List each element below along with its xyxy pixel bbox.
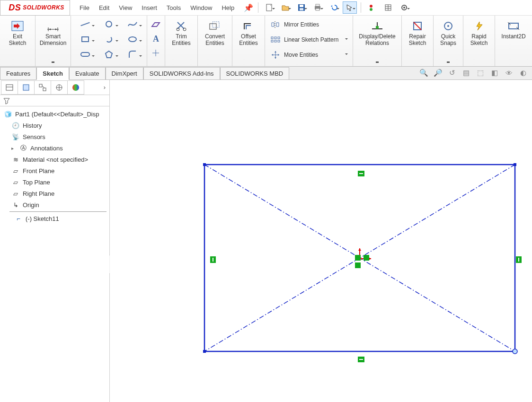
property-manager-tab[interactable]	[18, 80, 35, 95]
feature-manager-tab[interactable]	[1, 80, 18, 95]
tab-features[interactable]: Features	[0, 67, 36, 80]
point-tool[interactable]	[152, 46, 159, 60]
relation-vertical-right[interactable]	[516, 256, 522, 263]
vertex[interactable]	[203, 350, 206, 353]
smart-dimension-button[interactable]: Smart Dimension	[38, 17, 68, 63]
offset-entities-button[interactable]: Offset Entities	[235, 17, 262, 63]
group-instant2d: Instant2D	[495, 16, 532, 66]
repair-sketch-button[interactable]: Repair Sketch	[405, 17, 430, 63]
relation-horizontal-bottom[interactable]	[358, 357, 364, 362]
exit-sketch-button[interactable]: Exit Sketch	[3, 17, 32, 63]
vertex[interactable]	[514, 163, 516, 166]
fillet-tool[interactable]	[121, 48, 144, 61]
line-tool[interactable]	[74, 17, 97, 31]
rebuild-button[interactable]	[365, 1, 379, 14]
rapid-sketch-button[interactable]: Rapid Sketch	[466, 17, 492, 63]
group-trim: Trim Entities	[165, 16, 198, 66]
section-view-icon[interactable]: ▤	[461, 68, 471, 78]
trim-entities-button[interactable]: Trim Entities	[168, 17, 195, 63]
slot-tool[interactable]	[74, 48, 97, 61]
select-tool-button[interactable]	[343, 1, 357, 14]
snaps-icon	[442, 19, 455, 33]
plane-icon: ▱	[11, 178, 20, 186]
circle-tool[interactable]	[98, 17, 120, 31]
tree-front-plane[interactable]: ▱ Front Plane	[0, 165, 109, 176]
rectangle-tool[interactable]	[74, 33, 97, 46]
hide-show-icon[interactable]: 👁	[504, 68, 514, 78]
group-relations: Display/Delete Relations	[353, 16, 402, 66]
quick-snaps-button[interactable]: Quick Snaps	[436, 17, 460, 63]
display-style-icon[interactable]: ◧	[489, 68, 500, 78]
new-button[interactable]	[262, 1, 276, 14]
save-button[interactable]	[294, 1, 309, 14]
view-orient-icon[interactable]: ⬚	[475, 68, 486, 78]
display-manager-tab[interactable]	[67, 80, 84, 95]
tab-addins[interactable]: SOLIDWORKS Add-Ins	[143, 67, 220, 80]
relation-coincident[interactable]	[364, 255, 369, 261]
menu-file[interactable]: File	[76, 2, 93, 13]
pin-icon[interactable]: 📌	[244, 3, 252, 12]
arc-tool[interactable]	[98, 33, 120, 46]
print-button[interactable]	[310, 1, 325, 14]
tree-filter-bar[interactable]	[0, 95, 109, 106]
separator	[258, 2, 258, 13]
move-entities-button[interactable]: Move Entities	[268, 48, 350, 62]
dimxpert-manager-tab[interactable]	[51, 80, 68, 95]
zoom-fit-icon[interactable]: 🔍	[418, 68, 429, 78]
convert-icon	[208, 19, 222, 33]
command-manager-tabs: Features Sketch Evaluate DimXpert SOLIDW…	[0, 67, 532, 80]
expand-icon[interactable]: ▸	[11, 146, 16, 151]
plane-icon	[151, 21, 160, 28]
menu-edit[interactable]: Edit	[95, 2, 113, 13]
relation-coincident[interactable]	[355, 262, 361, 268]
relation-coincident[interactable]	[355, 255, 361, 261]
undo-button[interactable]	[327, 1, 341, 14]
options-button[interactable]	[397, 1, 411, 14]
convert-entities-button[interactable]: Convert Entities	[201, 17, 229, 63]
tree-history[interactable]: 🕘 History	[0, 120, 109, 131]
relation-vertical-left[interactable]	[210, 256, 216, 263]
instant2d-icon	[507, 19, 520, 33]
svg-rect-46	[23, 85, 29, 90]
menu-help[interactable]: Help	[218, 2, 238, 13]
vertex-active[interactable]	[513, 349, 517, 354]
text-tool[interactable]: A	[153, 32, 159, 46]
mirror-entities-button[interactable]: Mirror Entities	[268, 17, 350, 32]
zoom-area-icon[interactable]: 🔎	[433, 68, 443, 78]
spline-tool[interactable]	[121, 17, 144, 31]
tree-top-plane[interactable]: ▱ Top Plane	[0, 176, 109, 188]
appearance-icon[interactable]: ◐	[518, 68, 528, 78]
linear-pattern-button[interactable]: Linear Sketch Pattern	[268, 33, 350, 47]
tab-mbd[interactable]: SOLIDWORKS MBD	[220, 67, 290, 80]
work-area: › 🧊 Part1 (Default<<Default>_Disp 🕘 Hist…	[0, 80, 532, 402]
tree-material[interactable]: ≋ Material <not specified>	[0, 154, 109, 165]
menu-tools[interactable]: Tools	[163, 2, 185, 13]
vertex[interactable]	[203, 163, 206, 166]
plane-tool[interactable]	[151, 17, 160, 32]
expand-managers-icon[interactable]: ›	[100, 84, 109, 91]
menu-view[interactable]: View	[115, 2, 136, 13]
tree-sensors[interactable]: 📡 Sensors	[0, 131, 109, 142]
prev-view-icon[interactable]: ↺	[447, 68, 457, 78]
history-icon: 🕘	[11, 121, 20, 130]
relation-horizontal-top[interactable]	[358, 171, 364, 176]
graphics-area[interactable]: ✳	[110, 80, 532, 402]
config-manager-tab[interactable]	[34, 80, 51, 95]
open-button[interactable]	[278, 1, 293, 14]
instant2d-button[interactable]: Instant2D	[498, 17, 529, 63]
tree-root-part[interactable]: 🧊 Part1 (Default<<Default>_Disp	[0, 108, 109, 120]
menu-insert[interactable]: Insert	[138, 2, 161, 13]
ellipse-tool[interactable]	[121, 33, 144, 46]
tab-dimxpert[interactable]: DimXpert	[106, 67, 143, 80]
tree-annotations[interactable]: ▸ Ⓐ Annotations	[0, 142, 109, 154]
menu-window[interactable]: Window	[186, 2, 216, 13]
tab-sketch[interactable]: Sketch	[36, 67, 69, 80]
tree-active-sketch[interactable]: ⌐ (-) Sketch11	[0, 213, 109, 224]
rollback-bar[interactable]	[9, 211, 106, 212]
tree-origin[interactable]: ↳ Origin	[0, 199, 109, 210]
tab-evaluate[interactable]: Evaluate	[69, 67, 106, 80]
display-delete-relations-button[interactable]: Display/Delete Relations	[356, 17, 399, 63]
file-properties-button[interactable]	[381, 1, 395, 14]
polygon-tool[interactable]	[98, 48, 120, 61]
tree-right-plane[interactable]: ▱ Right Plane	[0, 188, 109, 199]
